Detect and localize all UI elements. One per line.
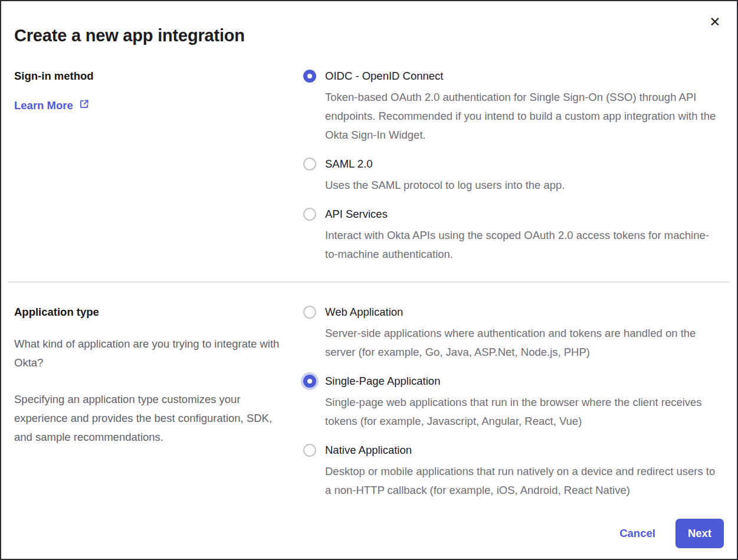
signin-method-options: OIDC - OpenID Connect Token-based OAuth … — [303, 69, 724, 264]
learn-more-link[interactable]: Learn More — [14, 99, 90, 113]
create-app-integration-dialog: Create a new app integration ✕ Sign-in m… — [0, 0, 738, 560]
web-application-radio-icon[interactable] — [303, 306, 316, 319]
single-page-application-radio-icon[interactable] — [303, 375, 316, 388]
dialog-title: Create a new app integration — [14, 26, 724, 45]
native-application-option-label: Native Application — [325, 443, 721, 457]
radio-option-native-application[interactable]: Native Application Desktop or mobile app… — [303, 443, 724, 500]
external-link-icon — [78, 99, 90, 113]
application-type-left-column: Application type What kind of applicatio… — [14, 305, 303, 447]
application-type-options: Web Application Server-side applications… — [303, 305, 724, 500]
saml-option-label: SAML 2.0 — [325, 157, 565, 171]
single-page-application-option-label: Single-Page Application — [325, 374, 721, 388]
oidc-option-label: OIDC - OpenID Connect — [325, 69, 721, 83]
dialog-footer: Cancel Next — [619, 519, 724, 548]
saml-radio-icon[interactable] — [303, 158, 316, 171]
next-button[interactable]: Next — [675, 519, 724, 548]
native-application-radio-icon[interactable] — [303, 444, 316, 457]
radio-option-saml[interactable]: SAML 2.0 Uses the SAML protocol to log u… — [303, 157, 724, 195]
web-application-option-description: Server-side applications where authentic… — [325, 324, 721, 362]
radio-option-oidc[interactable]: OIDC - OpenID Connect Token-based OAuth … — [303, 69, 724, 145]
api-services-option-label: API Services — [325, 207, 721, 221]
api-services-option-description: Interact with Okta APIs using the scoped… — [325, 226, 721, 264]
oidc-option-description: Token-based OAuth 2.0 authentication for… — [325, 88, 721, 145]
radio-option-api-services[interactable]: API Services Interact with Okta APIs usi… — [303, 207, 724, 264]
signin-method-section: Sign-in method Learn More OIDC - OpenID … — [14, 69, 724, 264]
native-application-option-description: Desktop or mobile applications that run … — [325, 462, 721, 500]
section-divider — [8, 281, 730, 283]
oidc-radio-icon[interactable] — [303, 70, 316, 83]
signin-method-left-column: Sign-in method Learn More — [14, 69, 303, 113]
cancel-button[interactable]: Cancel — [619, 527, 655, 540]
application-type-note: Specifying an application type customize… — [14, 390, 293, 447]
learn-more-label: Learn More — [14, 99, 73, 112]
application-type-section: Application type What kind of applicatio… — [14, 305, 724, 500]
web-application-option-label: Web Application — [325, 305, 721, 319]
radio-option-single-page-application[interactable]: Single-Page Application Single-page web … — [303, 374, 724, 431]
application-type-question: What kind of application are you trying … — [14, 335, 293, 372]
close-button[interactable]: ✕ — [705, 12, 725, 32]
close-icon: ✕ — [709, 14, 720, 30]
saml-option-description: Uses the SAML protocol to log users into… — [325, 176, 565, 195]
single-page-application-option-description: Single-page web applications that run in… — [325, 393, 721, 431]
signin-method-heading: Sign-in method — [14, 69, 293, 83]
radio-option-web-application[interactable]: Web Application Server-side applications… — [303, 305, 724, 362]
api-services-radio-icon[interactable] — [303, 208, 316, 221]
application-type-heading: Application type — [14, 305, 293, 319]
